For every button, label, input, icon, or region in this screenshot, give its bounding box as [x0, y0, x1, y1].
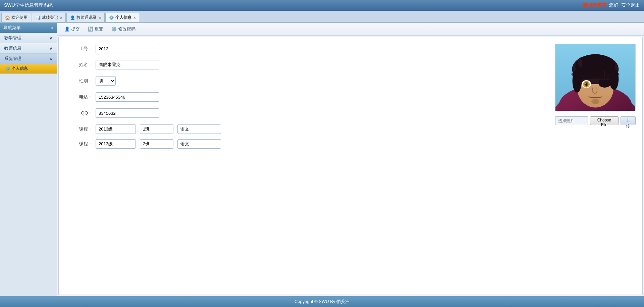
submit-icon: 👤: [64, 27, 70, 32]
tab-grades-label: 成绩登记: [42, 15, 58, 20]
welcome-icon: 🏠: [5, 15, 10, 20]
content-area: 👤 提交 🔄 重置 ⚙️ 修改密码 工号： 姓名：: [57, 23, 644, 296]
profile-icon: ⚙️: [109, 15, 114, 20]
teachers-group-label: 教师信息: [4, 45, 21, 51]
course-2-class[interactable]: [140, 139, 173, 149]
svg-point-22: [591, 99, 599, 104]
svg-point-12: [609, 68, 619, 90]
tab-profile[interactable]: ⚙️ 个人信息 ×: [105, 13, 139, 22]
profile-item-icon: ⚙️: [5, 66, 10, 71]
employee-id-label: 工号：: [72, 46, 92, 52]
user-info: 鹰眼米霍克 您好 安全退出: [583, 2, 640, 8]
svg-point-13: [599, 80, 611, 88]
submit-button[interactable]: 👤 提交: [61, 25, 83, 33]
logout-link[interactable]: 安全退出: [621, 2, 640, 8]
course-1-class[interactable]: [140, 124, 173, 134]
phone-label: 电话：: [72, 94, 92, 100]
choose-file-label: Choose File: [597, 118, 611, 127]
svg-point-20: [585, 83, 586, 84]
main-layout: 导航菜单 « 教学管理 ∨ 教师信息 ∨ 系统管理 ∧ ⚙️ 个人: [0, 23, 644, 296]
tab-teachers-close[interactable]: ×: [99, 16, 101, 20]
tab-bar: 🏠 欢迎使用 📊 成绩登记 × 👤 教师通讯录 × ⚙️ 个人信息 ×: [0, 11, 644, 23]
course-2-subject[interactable]: [177, 139, 221, 149]
tab-grades[interactable]: 📊 成绩登记 ×: [32, 13, 66, 22]
course-1-label: 课程：: [72, 126, 92, 132]
name-input[interactable]: [96, 60, 159, 69]
sidebar-header: 导航菜单 «: [0, 23, 57, 33]
tab-profile-label: 个人信息: [115, 15, 131, 20]
footer: Copyright © SWU By 伯姜洲: [0, 296, 644, 307]
teachers-icon: 👤: [70, 15, 75, 20]
file-upload-row: 选择照片 Choose File 上传: [555, 116, 636, 125]
course-row-1: 课程：: [72, 124, 535, 134]
qq-input[interactable]: [96, 108, 159, 118]
tab-welcome-label: 欢迎使用: [11, 15, 28, 20]
upload-label: 上传: [626, 118, 630, 129]
name-row: 姓名：: [72, 60, 535, 69]
sidebar-group-system-header[interactable]: 系统管理 ∧: [0, 54, 57, 64]
gender-select[interactable]: 男 女: [96, 76, 116, 86]
form-area: 工号： 姓名： 性别： 男 女 电话：: [58, 37, 643, 295]
qq-label: QQ：: [72, 110, 92, 116]
photo-frame: [555, 44, 636, 111]
system-group-arrow: ∧: [49, 56, 53, 61]
svg-point-11: [573, 69, 582, 92]
change-pwd-icon: ⚙️: [111, 27, 117, 32]
greeting-text: 您好: [609, 2, 619, 8]
sidebar-collapse-icon[interactable]: «: [51, 25, 53, 30]
system-group-label: 系统管理: [4, 56, 21, 62]
phone-input[interactable]: [96, 92, 159, 102]
employee-id-row: 工号：: [72, 44, 535, 53]
sidebar-item-profile[interactable]: ⚙️ 个人信息: [0, 64, 57, 73]
reset-icon: 🔄: [88, 27, 93, 32]
file-label: 选择照片: [555, 116, 588, 125]
grades-icon: 📊: [36, 15, 41, 20]
tab-grades-close[interactable]: ×: [60, 16, 62, 20]
username: 鹰眼米霍克: [583, 2, 606, 8]
sidebar-group-teachers-header[interactable]: 教师信息 ∨: [0, 43, 57, 53]
app-title: SWU学生信息管理系统: [4, 2, 53, 8]
reset-label: 重置: [95, 26, 103, 32]
tab-teachers[interactable]: 👤 教师通讯录 ×: [66, 13, 104, 22]
title-bar: SWU学生信息管理系统 鹰眼米霍克 您好 安全退出: [0, 0, 644, 11]
sidebar-group-teachers: 教师信息 ∨: [0, 43, 57, 54]
course-2-label: 课程：: [72, 141, 92, 147]
sidebar-group-system: 系统管理 ∧ ⚙️ 个人信息: [0, 54, 57, 74]
choose-file-button[interactable]: Choose File: [590, 116, 619, 125]
course-1-subject[interactable]: [177, 124, 221, 134]
toolbar: 👤 提交 🔄 重置 ⚙️ 修改密码: [57, 23, 644, 36]
choose-photo-label: 选择照片: [558, 118, 574, 124]
photo-section: 选择照片 Choose File 上传: [548, 37, 642, 295]
character-portrait: [555, 44, 635, 111]
reset-button[interactable]: 🔄 重置: [85, 25, 107, 33]
name-label: 姓名：: [72, 62, 92, 68]
tab-welcome[interactable]: 🏠 欢迎使用: [1, 13, 31, 22]
sidebar-group-teaching: 教学管理 ∨: [0, 33, 57, 43]
teachers-group-arrow: ∨: [49, 46, 53, 51]
course-1-grade[interactable]: [96, 124, 136, 134]
employee-id-input[interactable]: [96, 44, 159, 53]
gender-row: 性别： 男 女: [72, 76, 535, 86]
profile-item-label: 个人信息: [12, 66, 28, 71]
footer-text: Copyright © SWU By 伯姜洲: [294, 299, 350, 305]
course-2-grade[interactable]: [96, 139, 136, 149]
teaching-group-label: 教学管理: [4, 35, 21, 41]
course-row-2: 课程：: [72, 139, 535, 149]
change-pwd-label: 修改密码: [118, 26, 136, 32]
sidebar: 导航菜单 « 教学管理 ∨ 教师信息 ∨ 系统管理 ∧ ⚙️ 个人: [0, 23, 57, 296]
qq-row: QQ：: [72, 108, 535, 118]
upload-button[interactable]: 上传: [621, 116, 636, 125]
tab-profile-close[interactable]: ×: [133, 16, 136, 20]
teaching-group-arrow: ∨: [49, 36, 53, 41]
phone-row: 电话：: [72, 92, 535, 102]
sidebar-group-teaching-header[interactable]: 教学管理 ∨: [0, 33, 57, 43]
submit-label: 提交: [71, 26, 80, 32]
sidebar-title: 导航菜单: [3, 25, 21, 31]
tab-teachers-label: 教师通讯录: [76, 15, 97, 20]
change-password-button[interactable]: ⚙️ 修改密码: [108, 25, 139, 33]
gender-label: 性别：: [72, 78, 92, 84]
form-section: 工号： 姓名： 性别： 男 女 电话：: [59, 37, 548, 295]
